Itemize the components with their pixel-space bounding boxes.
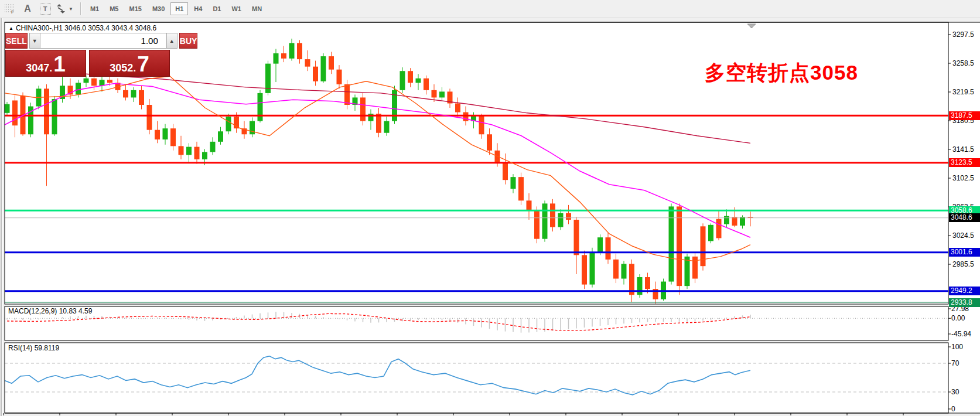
timeframe-button-m15[interactable]: M15 xyxy=(124,2,146,15)
price-tick-label: 3258.5 xyxy=(952,59,978,67)
symbol-ohlc-text: CHINA300-,H1 3046.0 3053.4 3043.4 3048.6 xyxy=(16,24,156,32)
toolbar-separator xyxy=(80,2,81,15)
trade-panel-top-row: SELL ▼ ▲ BUY xyxy=(5,33,170,49)
price-tick-label: 3219.5 xyxy=(952,88,978,96)
rsi-axis-label: 30 xyxy=(951,388,978,396)
svg-text:F: F xyxy=(11,9,14,14)
timeframe-button-w1[interactable]: W1 xyxy=(227,2,246,15)
macd-axis-label: 0.00 xyxy=(951,314,978,322)
volume-input[interactable] xyxy=(40,33,166,49)
macd-indicator-label: MACD(12,26,9) 10.83 4.59 xyxy=(8,307,92,315)
price-line-badge: 3187.5 xyxy=(949,111,980,120)
sell-price-dot: . xyxy=(49,63,52,73)
text-label-icon[interactable]: T xyxy=(37,2,53,16)
volume-stepper: ▼ ▲ xyxy=(29,33,177,49)
toolbar: F A T ▼ M1M5M15M30H1H4D1W1MN xyxy=(0,0,980,18)
mt4-window: F A T ▼ M1M5M15M30H1H4D1W1MN ▲CHINA300-,… xyxy=(0,0,980,416)
price-tick-label: 3024.5 xyxy=(952,231,978,240)
price-tick-label: 3102.5 xyxy=(952,174,978,182)
buy-button[interactable]: BUY xyxy=(179,33,198,49)
collapse-triangle-icon: ▲ xyxy=(9,26,13,31)
sell-price-main: 3047 xyxy=(26,63,49,73)
price-line-badge: 3001.6 xyxy=(949,248,980,257)
rsi-axis-label: 100 xyxy=(951,343,978,351)
timeframe-button-m30[interactable]: M30 xyxy=(148,2,169,15)
volume-decrease-button[interactable]: ▼ xyxy=(29,33,40,49)
text-box-icon: T xyxy=(40,4,51,15)
timeframe-button-m1[interactable]: M1 xyxy=(86,2,104,15)
timeframe-button-h1[interactable]: H1 xyxy=(170,2,188,15)
rsi-axis-label: 0 xyxy=(951,405,978,413)
rsi-axis-label: 70 xyxy=(951,359,978,367)
volume-increase-button[interactable]: ▲ xyxy=(166,33,177,49)
arrow-text-icon[interactable]: A xyxy=(20,2,35,16)
fibonacci-icon-glyph: F xyxy=(4,4,16,14)
timeframe-button-h4[interactable]: H4 xyxy=(189,2,207,15)
macd-axis-label: -45.94 xyxy=(951,330,978,338)
timeframe-button-d1[interactable]: D1 xyxy=(208,2,226,15)
timeframe-group: M1M5M15M30H1H4D1W1MN xyxy=(85,2,267,15)
rsi-indicator-label: RSI(14) 59.8119 xyxy=(8,344,59,352)
diagonal-arrows-icon xyxy=(55,4,67,13)
sell-price-pip: 1 xyxy=(53,56,66,73)
chart-header: ▲CHINA300-,H1 3046.0 3053.4 3043.4 3048.… xyxy=(9,24,156,32)
one-click-trade-panel: SELL ▼ ▲ BUY 3047.1 3052.7 xyxy=(5,33,170,77)
buy-price-display[interactable]: 3052.7 xyxy=(89,50,170,77)
letter-a-icon: A xyxy=(24,4,31,14)
price-line-badge: 3123.5 xyxy=(949,158,980,167)
timeframe-button-m5[interactable]: M5 xyxy=(105,2,123,15)
dropdown-caret-icon: ▼ xyxy=(69,6,73,12)
price-tick-label: 3297.5 xyxy=(952,30,978,39)
arrange-symbols-icon[interactable]: ▼ xyxy=(55,2,73,16)
turning-point-annotation: 多空转折点3058 xyxy=(705,59,858,87)
fibonacci-icon[interactable]: F xyxy=(2,2,18,16)
buy-price-pip: 7 xyxy=(137,56,149,73)
trade-panel-price-row: 3047.1 3052.7 xyxy=(5,50,170,77)
sell-price-display[interactable]: 3047.1 xyxy=(5,50,86,77)
timeframe-button-mn[interactable]: MN xyxy=(247,2,267,15)
price-tick-label: 3141.5 xyxy=(952,145,978,154)
buy-price-dot: . xyxy=(133,63,136,73)
price-line-badge: 2933.8 xyxy=(949,298,980,307)
price-tick-label: 2985.5 xyxy=(952,260,978,268)
price-line-badge: 2949.2 xyxy=(949,287,980,295)
price-line-badge: 3048.6 xyxy=(949,213,980,222)
buy-price-main: 3052 xyxy=(110,63,133,73)
sell-button[interactable]: SELL xyxy=(5,33,28,49)
